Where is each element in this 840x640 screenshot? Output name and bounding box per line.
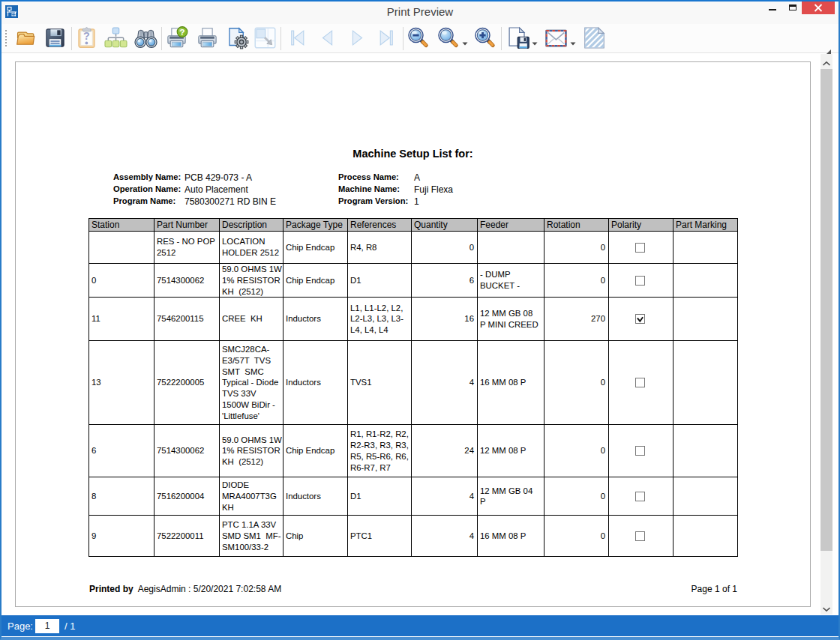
- svg-text:?: ?: [83, 30, 90, 42]
- svg-text:?: ?: [179, 27, 184, 37]
